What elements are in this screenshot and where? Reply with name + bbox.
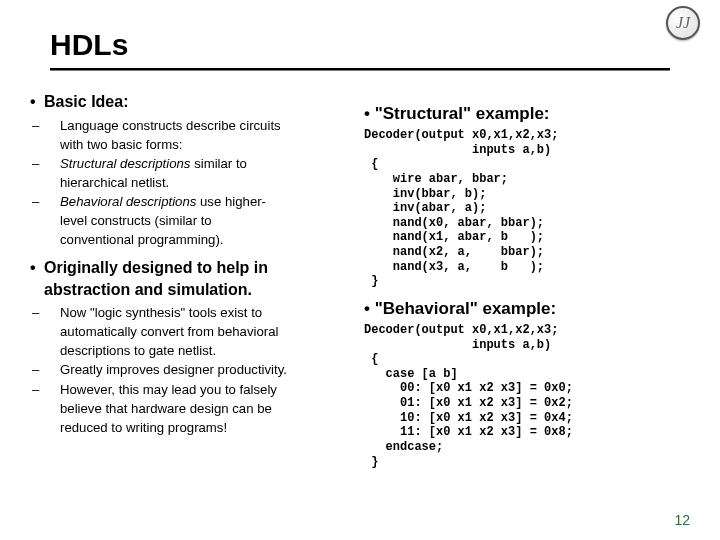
bullet-heading: •Originally designed to help in <box>30 258 362 278</box>
heading-text: abstraction and simulation. <box>44 281 252 298</box>
bullet-text: believe that hardware design can be <box>60 401 272 416</box>
example-heading: • "Behavioral" example: <box>364 299 704 319</box>
bullet-heading: •Basic Idea: <box>30 92 362 112</box>
sub-bullet: level constructs (similar to <box>60 213 362 229</box>
sub-bullet: –However, this may lead you to falsely <box>60 382 362 398</box>
logo-icon: JJ <box>666 6 700 40</box>
sub-bullet: conventional programming). <box>60 232 362 248</box>
sub-bullet: –Language constructs describe circuits <box>60 118 362 134</box>
bullet-heading: abstraction and simulation. <box>30 280 362 300</box>
left-column: •Basic Idea: –Language constructs descri… <box>30 92 362 439</box>
sub-bullet: reduced to writing programs! <box>60 420 362 436</box>
right-column: • "Structural" example: Decoder(output x… <box>364 104 704 469</box>
bullet-text: level constructs (similar to <box>60 213 212 228</box>
bullet-text: descriptions to gate netlist. <box>60 343 216 358</box>
heading-text: Basic Idea: <box>44 93 128 110</box>
bullet-text: conventional programming). <box>60 232 223 247</box>
sub-bullet: –Behavioral descriptions use higher- <box>60 194 362 210</box>
sub-bullet: –Now "logic synthesis" tools exist to <box>60 305 362 321</box>
code-block-structural: Decoder(output x0,x1,x2,x3; inputs a,b) … <box>364 128 704 289</box>
heading-text: "Structural" example: <box>375 104 550 123</box>
example-heading: • "Structural" example: <box>364 104 704 124</box>
bullet-text: hierarchical netlist. <box>60 175 169 190</box>
heading-text: "Behavioral" example: <box>375 299 556 318</box>
code-block-behavioral: Decoder(output x0,x1,x2,x3; inputs a,b) … <box>364 323 704 469</box>
page-title: HDLs <box>50 28 128 62</box>
sub-bullet: –Greatly improves designer productivity. <box>60 362 362 378</box>
bullet-text: use higher- <box>196 194 266 209</box>
bullet-text: Greatly improves designer productivity. <box>60 362 287 377</box>
bullet-text: However, this may lead you to falsely <box>60 382 277 397</box>
title-rule <box>50 68 670 71</box>
bullet-text: reduced to writing programs! <box>60 420 227 435</box>
sub-bullet: descriptions to gate netlist. <box>60 343 362 359</box>
bullet-text: automatically convert from behavioral <box>60 324 278 339</box>
bullet-text: Now "logic synthesis" tools exist to <box>60 305 262 320</box>
slide: JJ HDLs •Basic Idea: –Language construct… <box>0 0 720 540</box>
sub-bullet: hierarchical netlist. <box>60 175 362 191</box>
sub-bullet: –Structural descriptions similar to <box>60 156 362 172</box>
sub-bullet: automatically convert from behavioral <box>60 324 362 340</box>
sub-bullet: believe that hardware design can be <box>60 401 362 417</box>
page-number: 12 <box>674 512 690 528</box>
bullet-text: Language constructs describe circuits <box>60 118 281 133</box>
bullet-text: similar to <box>190 156 246 171</box>
sub-bullet: with two basic forms: <box>60 137 362 153</box>
bullet-italic: Structural descriptions <box>60 156 190 171</box>
heading-text: Originally designed to help in <box>44 259 268 276</box>
bullet-text: with two basic forms: <box>60 137 182 152</box>
bullet-italic: Behavioral descriptions <box>60 194 196 209</box>
